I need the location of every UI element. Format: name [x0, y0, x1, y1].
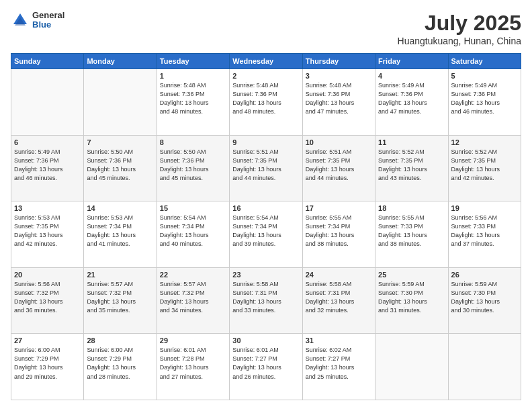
logo-blue: Blue [32, 20, 64, 30]
day-info: Sunrise: 5:57 AM Sunset: 7:32 PM Dayligh… [160, 280, 226, 315]
week-row-1: 6Sunrise: 5:49 AM Sunset: 7:36 PM Daylig… [11, 135, 521, 201]
day-number: 22 [160, 271, 226, 279]
day-info: Sunrise: 5:53 AM Sunset: 7:35 PM Dayligh… [14, 214, 81, 248]
day-info: Sunrise: 6:01 AM Sunset: 7:28 PM Dayligh… [160, 346, 226, 381]
day-number: 28 [87, 336, 153, 345]
day-info: Sunrise: 5:59 AM Sunset: 7:30 PM Dayligh… [378, 280, 445, 315]
week-row-0: 1Sunrise: 5:48 AM Sunset: 7:36 PM Daylig… [11, 69, 521, 136]
day-number: 12 [451, 138, 518, 146]
calendar-cell: 4Sunrise: 5:49 AM Sunset: 7:36 PM Daylig… [375, 69, 448, 136]
calendar-body: 1Sunrise: 5:48 AM Sunset: 7:36 PM Daylig… [11, 69, 521, 400]
day-info: Sunrise: 6:00 AM Sunset: 7:29 PM Dayligh… [14, 346, 81, 381]
day-number: 11 [378, 138, 445, 146]
day-number: 30 [232, 336, 299, 345]
week-row-4: 27Sunrise: 6:00 AM Sunset: 7:29 PM Dayli… [11, 334, 521, 400]
page: General Blue July 2025 Huangtukuang, Hun… [0, 0, 532, 411]
day-info: Sunrise: 5:54 AM Sunset: 7:34 PM Dayligh… [160, 214, 226, 248]
day-number: 31 [306, 336, 372, 345]
calendar-cell: 13Sunrise: 5:53 AM Sunset: 7:35 PM Dayli… [11, 201, 84, 268]
weekday-tuesday: Tuesday [157, 54, 229, 69]
calendar-cell: 16Sunrise: 5:54 AM Sunset: 7:34 PM Dayli… [230, 201, 302, 268]
calendar-cell: 2Sunrise: 5:48 AM Sunset: 7:36 PM Daylig… [230, 69, 302, 136]
day-number: 5 [451, 72, 518, 80]
calendar-cell: 1Sunrise: 5:48 AM Sunset: 7:36 PM Daylig… [157, 69, 229, 136]
logo: General Blue [11, 11, 64, 30]
weekday-header-row: SundayMondayTuesdayWednesdayThursdayFrid… [11, 54, 521, 69]
day-info: Sunrise: 6:00 AM Sunset: 7:29 PM Dayligh… [87, 346, 153, 381]
day-info: Sunrise: 5:51 AM Sunset: 7:35 PM Dayligh… [232, 148, 299, 183]
calendar-cell: 19Sunrise: 5:56 AM Sunset: 7:33 PM Dayli… [448, 201, 521, 268]
weekday-saturday: Saturday [448, 54, 521, 69]
calendar-cell: 12Sunrise: 5:52 AM Sunset: 7:35 PM Dayli… [448, 135, 521, 201]
day-info: Sunrise: 6:01 AM Sunset: 7:27 PM Dayligh… [232, 346, 299, 381]
day-info: Sunrise: 5:48 AM Sunset: 7:36 PM Dayligh… [232, 81, 299, 116]
calendar-cell: 7Sunrise: 5:50 AM Sunset: 7:36 PM Daylig… [84, 135, 157, 201]
weekday-monday: Monday [84, 54, 157, 69]
day-number: 6 [14, 138, 81, 146]
calendar-cell [84, 69, 157, 136]
calendar-table: SundayMondayTuesdayWednesdayThursdayFrid… [11, 53, 521, 400]
week-row-2: 13Sunrise: 5:53 AM Sunset: 7:35 PM Dayli… [11, 201, 521, 268]
day-number: 21 [87, 271, 153, 279]
calendar-cell [448, 334, 521, 400]
calendar-cell: 23Sunrise: 5:58 AM Sunset: 7:31 PM Dayli… [230, 267, 302, 334]
month-title: July 2025 [398, 11, 521, 36]
day-info: Sunrise: 5:48 AM Sunset: 7:36 PM Dayligh… [160, 81, 226, 116]
calendar-cell: 20Sunrise: 5:56 AM Sunset: 7:32 PM Dayli… [11, 267, 84, 334]
calendar-cell: 24Sunrise: 5:58 AM Sunset: 7:31 PM Dayli… [302, 267, 375, 334]
day-number: 26 [451, 271, 518, 279]
calendar-cell: 15Sunrise: 5:54 AM Sunset: 7:34 PM Dayli… [157, 201, 229, 268]
calendar-cell: 30Sunrise: 6:01 AM Sunset: 7:27 PM Dayli… [230, 334, 302, 400]
day-info: Sunrise: 5:50 AM Sunset: 7:36 PM Dayligh… [87, 148, 153, 183]
day-number: 13 [14, 204, 81, 212]
day-info: Sunrise: 5:58 AM Sunset: 7:31 PM Dayligh… [306, 280, 372, 315]
location-title: Huangtukuang, Hunan, China [398, 36, 521, 46]
weekday-wednesday: Wednesday [230, 54, 302, 69]
calendar-cell: 8Sunrise: 5:50 AM Sunset: 7:36 PM Daylig… [157, 135, 229, 201]
calendar-cell: 22Sunrise: 5:57 AM Sunset: 7:32 PM Dayli… [157, 267, 229, 334]
day-number: 18 [378, 204, 445, 212]
calendar-cell: 29Sunrise: 6:01 AM Sunset: 7:28 PM Dayli… [157, 334, 229, 400]
calendar-cell [375, 334, 448, 400]
calendar-cell [11, 69, 84, 136]
calendar-cell: 25Sunrise: 5:59 AM Sunset: 7:30 PM Dayli… [375, 267, 448, 334]
weekday-thursday: Thursday [302, 54, 375, 69]
day-info: Sunrise: 5:49 AM Sunset: 7:36 PM Dayligh… [451, 81, 518, 116]
day-info: Sunrise: 5:49 AM Sunset: 7:36 PM Dayligh… [14, 148, 81, 183]
day-info: Sunrise: 6:02 AM Sunset: 7:27 PM Dayligh… [306, 346, 372, 381]
day-number: 23 [232, 271, 299, 279]
day-number: 1 [160, 72, 226, 80]
day-number: 19 [451, 204, 518, 212]
calendar-cell: 5Sunrise: 5:49 AM Sunset: 7:36 PM Daylig… [448, 69, 521, 136]
day-info: Sunrise: 5:57 AM Sunset: 7:32 PM Dayligh… [87, 280, 153, 315]
calendar-cell: 9Sunrise: 5:51 AM Sunset: 7:35 PM Daylig… [230, 135, 302, 201]
calendar-cell: 21Sunrise: 5:57 AM Sunset: 7:32 PM Dayli… [84, 267, 157, 334]
day-number: 2 [232, 72, 299, 80]
day-info: Sunrise: 5:56 AM Sunset: 7:32 PM Dayligh… [14, 280, 81, 315]
day-info: Sunrise: 5:52 AM Sunset: 7:35 PM Dayligh… [378, 148, 445, 183]
day-number: 8 [160, 138, 226, 146]
day-number: 20 [14, 271, 81, 279]
calendar-cell: 14Sunrise: 5:53 AM Sunset: 7:34 PM Dayli… [84, 201, 157, 268]
day-number: 29 [160, 336, 226, 345]
day-info: Sunrise: 5:54 AM Sunset: 7:34 PM Dayligh… [232, 214, 299, 248]
day-info: Sunrise: 5:55 AM Sunset: 7:33 PM Dayligh… [378, 214, 445, 248]
calendar-header: SundayMondayTuesdayWednesdayThursdayFrid… [11, 54, 521, 69]
calendar-cell: 3Sunrise: 5:48 AM Sunset: 7:36 PM Daylig… [302, 69, 375, 136]
day-info: Sunrise: 5:55 AM Sunset: 7:34 PM Dayligh… [306, 214, 372, 248]
day-number: 14 [87, 204, 153, 212]
day-number: 27 [14, 336, 81, 345]
day-info: Sunrise: 5:59 AM Sunset: 7:30 PM Dayligh… [451, 280, 518, 315]
day-number: 3 [306, 72, 372, 80]
calendar-cell: 10Sunrise: 5:51 AM Sunset: 7:35 PM Dayli… [302, 135, 375, 201]
header: General Blue July 2025 Huangtukuang, Hun… [11, 11, 521, 46]
day-number: 17 [306, 204, 372, 212]
calendar-cell: 28Sunrise: 6:00 AM Sunset: 7:29 PM Dayli… [84, 334, 157, 400]
day-number: 9 [232, 138, 299, 146]
day-number: 25 [378, 271, 445, 279]
weekday-friday: Friday [375, 54, 448, 69]
day-info: Sunrise: 5:52 AM Sunset: 7:35 PM Dayligh… [451, 148, 518, 183]
day-number: 7 [87, 138, 153, 146]
weekday-sunday: Sunday [11, 54, 84, 69]
logo-icon [11, 11, 30, 30]
